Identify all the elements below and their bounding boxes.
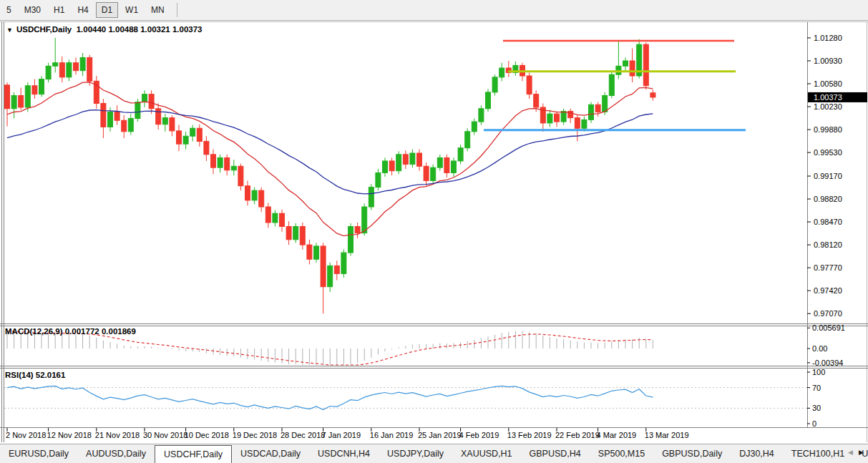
candle-body: [280, 213, 285, 226]
candle-body: [355, 226, 360, 233]
timeframe-button-h4[interactable]: H4: [72, 2, 94, 18]
candle-body: [142, 94, 147, 102]
chart-tab-usdcnh-h4[interactable]: USDCNH,H4: [309, 444, 379, 463]
timeframe-button-w1[interactable]: W1: [120, 2, 144, 18]
chart-canvas[interactable]: 1.012801.009301.005801.002300.998800.995…: [0, 21, 868, 444]
candle-body: [128, 119, 133, 132]
candle-body: [170, 118, 175, 131]
timeframe-button-h1[interactable]: H1: [48, 2, 70, 18]
candle-body: [67, 63, 72, 77]
candle-body: [46, 66, 51, 79]
candle-body: [39, 79, 44, 94]
candle-body: [609, 74, 614, 95]
candle-body: [25, 86, 30, 107]
candle-body: [341, 253, 346, 273]
chart-tab-sp500-m15[interactable]: SP500,M15: [590, 444, 653, 463]
candle-body: [603, 95, 608, 112]
candle-body: [122, 120, 127, 132]
candle-body: [300, 226, 305, 245]
chart-tab-gbpusd-h4[interactable]: GBPUSD,H4: [521, 444, 590, 463]
timeframe-button-d1[interactable]: D1: [96, 2, 118, 18]
main-chart-plot-area[interactable]: [4, 22, 807, 323]
price-tick-label: 1.00580: [814, 79, 842, 88]
candle-body: [403, 155, 408, 165]
tab-scroll-left-icon[interactable]: ◀: [845, 445, 856, 459]
chart-tab-usdjpy-daily[interactable]: USDJPY,Daily: [379, 444, 452, 463]
time-tick-label: 19 Dec 2018: [233, 431, 277, 439]
timeframe-toolbar: 5M30H1H4D1W1MN: [0, 0, 868, 21]
candle-body: [252, 190, 257, 200]
candle-body: [162, 118, 167, 125]
price-tick-label: 0.98120: [814, 240, 842, 249]
chart-tab-gbpusd-daily[interactable]: GBPUSD,Daily: [653, 444, 731, 463]
candle-body: [197, 128, 202, 141]
candle-body: [444, 157, 449, 172]
chart-tab-eurusd-daily[interactable]: EURUSD,Daily: [0, 444, 77, 463]
macd-name: MACD(12,26,9): [5, 327, 63, 336]
candle-body: [321, 246, 326, 287]
time-tick-label: 13 Mar 2019: [645, 431, 689, 439]
toolbar-separator: [177, 3, 177, 17]
candle-body: [650, 93, 655, 97]
candle-body: [114, 112, 120, 120]
candle-body: [575, 118, 580, 129]
candle-body: [59, 63, 64, 77]
candle-body: [431, 167, 436, 180]
candle-body: [259, 190, 264, 207]
chart-ohlc-values: 1.00440 1.00488 1.00321 1.00373: [77, 25, 203, 34]
price-tick-label: 0.99530: [814, 148, 842, 157]
candle-body: [547, 114, 552, 123]
candle-body: [307, 245, 312, 259]
ohlc-dropdown-icon[interactable]: ▼: [6, 26, 13, 34]
candle-body: [527, 76, 532, 94]
candle-body: [286, 226, 291, 239]
tab-scroll-right-icon[interactable]: ▶: [856, 445, 867, 459]
candle-body: [19, 95, 24, 107]
chart-tab-audusd-daily[interactable]: AUDUSD,Daily: [77, 444, 155, 463]
candle-body: [396, 155, 401, 171]
candle-body: [156, 109, 161, 125]
candle-body: [149, 94, 154, 109]
candle-body: [101, 103, 106, 127]
candle-body: [472, 122, 477, 132]
candle-body: [616, 66, 621, 74]
candle-body: [417, 153, 422, 166]
candle-body: [479, 109, 484, 122]
candle-body: [465, 132, 470, 148]
price-tick-label: 0.99170: [814, 172, 842, 180]
price-tick-label: 1.00230: [814, 102, 842, 111]
candle-body: [87, 57, 92, 81]
candle-body: [135, 102, 140, 119]
candle-body: [211, 155, 216, 167]
price-tick-label: 0.99880: [814, 125, 842, 134]
candle-body: [499, 68, 504, 77]
chart-tab-tech100-h1[interactable]: TECH100,H1: [783, 444, 853, 463]
chart-tab-usdchf-daily[interactable]: USDCHF,Daily: [155, 445, 232, 463]
time-tick-label: 2 Nov 2018: [6, 431, 46, 439]
candle-body: [245, 186, 250, 200]
chart-tab-usdcad-daily[interactable]: USDCAD,Daily: [232, 444, 309, 463]
candle-body: [561, 111, 566, 122]
chart-tab-bar: EURUSD,DailyAUDUSD,DailyUSDCHF,DailyUSDC…: [0, 444, 868, 463]
trading-terminal-window: 5M30H1H4D1W1MN 1.012801.009301.005801.00…: [0, 0, 868, 463]
price-tick-label: 1.00930: [814, 57, 842, 65]
timeframe-button-m30[interactable]: M30: [19, 2, 47, 18]
time-tick-label: 16 Jan 2019: [370, 431, 414, 439]
candle-body: [53, 63, 58, 67]
timeframe-button-mn[interactable]: MN: [145, 2, 170, 18]
macd-scale-label: 0.00: [812, 344, 827, 353]
time-tick-label: 21 Nov 2018: [95, 431, 140, 439]
price-tick-label: 0.98820: [814, 195, 842, 203]
candle-body: [293, 226, 298, 239]
candle-body: [74, 63, 79, 71]
chart-title: ▼USDCHF,Daily 1.00440 1.00488 1.00321 1.…: [6, 25, 203, 34]
candle-body: [204, 142, 209, 155]
candle-body: [328, 265, 333, 286]
candle-body: [32, 86, 37, 94]
candle-body: [437, 157, 442, 167]
candle-body: [314, 246, 319, 259]
candle-body: [218, 157, 223, 167]
chart-tab-dj30-h4[interactable]: DJ30,H4: [731, 444, 783, 463]
timeframe-button-5[interactable]: 5: [1, 2, 17, 18]
chart-tab-xauusd-h1[interactable]: XAUUSD,H1: [452, 444, 521, 463]
